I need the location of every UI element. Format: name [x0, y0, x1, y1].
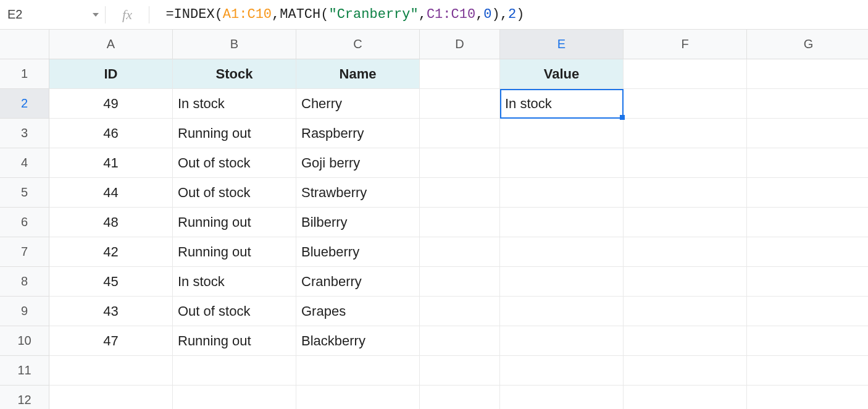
cell-A3[interactable]: 46: [49, 119, 173, 148]
cell-C1[interactable]: Name: [296, 59, 420, 89]
cell-E6[interactable]: [500, 208, 624, 237]
cell-B6[interactable]: Running out: [173, 208, 296, 237]
row-header-3[interactable]: 3: [0, 119, 49, 148]
cell-E4[interactable]: [500, 148, 624, 178]
col-header-A[interactable]: A: [49, 30, 173, 59]
cell-C11[interactable]: [296, 356, 420, 386]
cell-E11[interactable]: [500, 356, 624, 386]
cell-A8[interactable]: 45: [49, 267, 173, 297]
formula-input[interactable]: =INDEX(A1:C10,MATCH("Cranberry",C1:C10,0…: [149, 7, 868, 22]
cell-G6[interactable]: [747, 208, 868, 237]
cell-B12[interactable]: [173, 386, 296, 409]
cell-A5[interactable]: 44: [49, 178, 173, 208]
cell-C5[interactable]: Strawberry: [296, 178, 420, 208]
cell-D4[interactable]: [420, 148, 500, 178]
cell-C9[interactable]: Grapes: [296, 297, 420, 326]
cell-B4[interactable]: Out of stock: [173, 148, 296, 178]
col-header-G[interactable]: G: [747, 30, 868, 59]
cell-E7[interactable]: [500, 237, 624, 267]
cell-G3[interactable]: [747, 119, 868, 148]
cell-D5[interactable]: [420, 178, 500, 208]
cell-F7[interactable]: [624, 237, 747, 267]
cell-E8[interactable]: [500, 267, 624, 297]
cell-C2[interactable]: Cherry: [296, 89, 420, 119]
row-header-5[interactable]: 5: [0, 178, 49, 208]
cell-A7[interactable]: 42: [49, 237, 173, 267]
row-header-7[interactable]: 7: [0, 237, 49, 267]
cell-E9[interactable]: [500, 297, 624, 326]
cell-F3[interactable]: [624, 119, 747, 148]
cell-D6[interactable]: [420, 208, 500, 237]
select-all-corner[interactable]: [0, 30, 49, 59]
cell-B11[interactable]: [173, 356, 296, 386]
cell-D7[interactable]: [420, 237, 500, 267]
cell-F1[interactable]: [624, 59, 747, 89]
cell-E5[interactable]: [500, 178, 624, 208]
cell-F4[interactable]: [624, 148, 747, 178]
cell-A10[interactable]: 47: [49, 326, 173, 356]
cell-C4[interactable]: Goji berry: [296, 148, 420, 178]
cell-D3[interactable]: [420, 119, 500, 148]
cell-G4[interactable]: [747, 148, 868, 178]
cell-F9[interactable]: [624, 297, 747, 326]
row-header-11[interactable]: 11: [0, 356, 49, 386]
cell-C12[interactable]: [296, 386, 420, 409]
cell-D2[interactable]: [420, 89, 500, 119]
cell-B7[interactable]: Running out: [173, 237, 296, 267]
cell-C8[interactable]: Cranberry: [296, 267, 420, 297]
row-header-6[interactable]: 6: [0, 208, 49, 237]
cell-B2[interactable]: In stock: [173, 89, 296, 119]
col-header-D[interactable]: D: [420, 30, 500, 59]
col-header-F[interactable]: F: [624, 30, 747, 59]
cell-C10[interactable]: Blackberry: [296, 326, 420, 356]
cell-B3[interactable]: Running out: [173, 119, 296, 148]
cell-A4[interactable]: 41: [49, 148, 173, 178]
cell-C3[interactable]: Raspberry: [296, 119, 420, 148]
cell-G10[interactable]: [747, 326, 868, 356]
cell-G2[interactable]: [747, 89, 868, 119]
cell-D11[interactable]: [420, 356, 500, 386]
cell-A2[interactable]: 49: [49, 89, 173, 119]
cell-G7[interactable]: [747, 237, 868, 267]
cell-B1[interactable]: Stock: [173, 59, 296, 89]
cell-E3[interactable]: [500, 119, 624, 148]
cell-F8[interactable]: [624, 267, 747, 297]
cell-F10[interactable]: [624, 326, 747, 356]
cell-G1[interactable]: [747, 59, 868, 89]
cell-D9[interactable]: [420, 297, 500, 326]
cell-D1[interactable]: [420, 59, 500, 89]
chevron-down-icon[interactable]: [93, 13, 99, 17]
cell-A6[interactable]: 48: [49, 208, 173, 237]
row-header-12[interactable]: 12: [0, 386, 49, 409]
cell-G8[interactable]: [747, 267, 868, 297]
cell-B9[interactable]: Out of stock: [173, 297, 296, 326]
row-header-10[interactable]: 10: [0, 326, 49, 356]
cell-F12[interactable]: [624, 386, 747, 409]
cell-C7[interactable]: Blueberry: [296, 237, 420, 267]
cell-G11[interactable]: [747, 356, 868, 386]
col-header-E[interactable]: E: [500, 30, 624, 59]
row-header-1[interactable]: 1: [0, 59, 49, 89]
row-header-9[interactable]: 9: [0, 297, 49, 326]
cell-F5[interactable]: [624, 178, 747, 208]
cell-D10[interactable]: [420, 326, 500, 356]
cell-F11[interactable]: [624, 356, 747, 386]
cell-D12[interactable]: [420, 386, 500, 409]
cell-E2[interactable]: In stock: [500, 89, 624, 119]
col-header-B[interactable]: B: [173, 30, 296, 59]
cell-G5[interactable]: [747, 178, 868, 208]
cell-G9[interactable]: [747, 297, 868, 326]
row-header-4[interactable]: 4: [0, 148, 49, 178]
cell-E10[interactable]: [500, 326, 624, 356]
cell-A12[interactable]: [49, 386, 173, 409]
name-box[interactable]: E2: [0, 0, 105, 29]
cell-A11[interactable]: [49, 356, 173, 386]
row-header-2[interactable]: 2: [0, 89, 49, 119]
cell-F2[interactable]: [624, 89, 747, 119]
cell-B8[interactable]: In stock: [173, 267, 296, 297]
cell-F6[interactable]: [624, 208, 747, 237]
cell-B5[interactable]: Out of stock: [173, 178, 296, 208]
cell-D8[interactable]: [420, 267, 500, 297]
row-header-8[interactable]: 8: [0, 267, 49, 297]
cell-B10[interactable]: Running out: [173, 326, 296, 356]
